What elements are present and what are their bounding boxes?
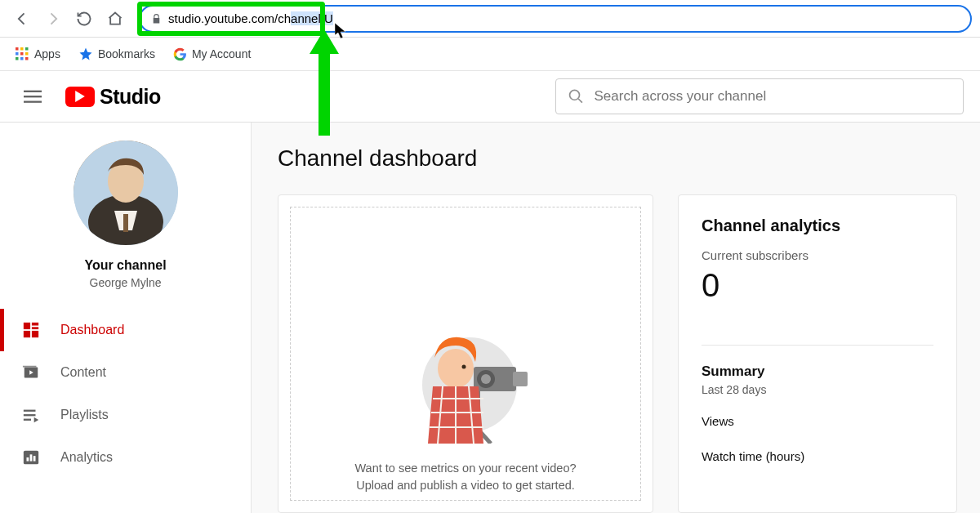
google-icon	[173, 47, 187, 61]
bookmarks-button[interactable]: Bookmarks	[78, 47, 155, 61]
prompt-line2: Upload and publish a video to get starte…	[354, 477, 576, 495]
channel-block: Your channel George Mylne	[0, 141, 251, 289]
lock-icon	[150, 13, 162, 25]
sidebar-item-label: Dashboard	[60, 323, 124, 337]
home-button[interactable]	[101, 5, 129, 33]
svg-rect-30	[30, 454, 33, 461]
sidebar: Your channel George Mylne Dashboard Cont…	[0, 123, 252, 513]
svg-rect-8	[20, 57, 24, 60]
svg-rect-25	[24, 410, 36, 412]
sidebar-item-label: Analytics	[60, 450, 113, 465]
svg-rect-34	[513, 372, 528, 386]
subscribers-label: Current subscribers	[702, 248, 933, 262]
myaccount-label: My Account	[192, 47, 251, 60]
svg-rect-1	[16, 47, 19, 51]
analytics-icon	[21, 448, 41, 467]
upload-illustration	[392, 321, 539, 444]
upload-dashed-box: Want to see metrics on your recent video…	[290, 207, 641, 501]
search-icon	[568, 87, 584, 105]
svg-rect-22	[32, 331, 38, 337]
avatar-image	[74, 141, 178, 245]
url-selected: annel/U	[291, 11, 333, 25]
apps-label: Apps	[34, 47, 60, 60]
svg-rect-20	[32, 327, 38, 329]
cursor-icon	[335, 23, 348, 42]
svg-rect-19	[32, 323, 38, 326]
cards-row: Want to see metrics on your recent video…	[278, 194, 957, 513]
summary-range: Last 28 days	[702, 383, 933, 396]
svg-rect-18	[24, 323, 30, 329]
svg-rect-4	[16, 52, 19, 56]
prompt-line1: Want to see metrics on your recent video…	[354, 460, 576, 478]
sidebar-item-playlists[interactable]: Playlists	[0, 394, 251, 436]
sidebar-item-label: Content	[60, 365, 106, 380]
svg-rect-26	[24, 414, 36, 416]
forward-button[interactable]	[39, 5, 67, 33]
back-button[interactable]	[8, 5, 36, 33]
sidebar-item-dashboard[interactable]: Dashboard	[0, 309, 251, 351]
channel-name: George Mylne	[90, 276, 162, 289]
bookmarks-bar: Apps Bookmarks My Account	[0, 38, 980, 70]
svg-rect-2	[20, 47, 24, 51]
svg-rect-16	[123, 214, 128, 232]
svg-rect-27	[24, 419, 31, 421]
svg-rect-5	[20, 52, 24, 56]
svg-rect-9	[25, 57, 29, 60]
svg-rect-12	[24, 101, 42, 103]
browser-toolbar: studio.youtube.com/channel/U	[0, 0, 980, 38]
svg-rect-7	[16, 57, 19, 60]
metric-watch: Watch time (hours)	[702, 449, 933, 463]
sidebar-item-analytics[interactable]: Analytics	[0, 436, 251, 479]
svg-rect-10	[24, 91, 42, 92]
svg-rect-11	[24, 96, 42, 97]
svg-rect-3	[25, 47, 29, 51]
apps-grid-icon	[15, 47, 29, 61]
svg-point-45	[462, 364, 466, 368]
hamburger-icon	[24, 87, 42, 105]
apps-button[interactable]: Apps	[15, 47, 60, 61]
analytics-title: Channel analytics	[702, 216, 933, 235]
svg-point-38	[438, 349, 474, 388]
logo-text: Studio	[100, 85, 161, 109]
content-icon	[21, 363, 41, 382]
main-layout: Your channel George Mylne Dashboard Cont…	[0, 123, 980, 513]
url-plain: studio.youtube.com/ch	[168, 11, 291, 25]
app-header: Studio	[0, 70, 980, 123]
dashboard-icon	[21, 320, 41, 340]
star-icon	[78, 47, 93, 61]
search-container	[555, 78, 964, 114]
sidebar-item-content[interactable]: Content	[0, 351, 251, 394]
svg-point-36	[481, 374, 491, 384]
summary-title: Summary	[702, 364, 933, 380]
bookmarks-label: Bookmarks	[98, 47, 155, 60]
playlists-icon	[21, 405, 41, 425]
svg-rect-6	[25, 52, 29, 56]
reload-button[interactable]	[70, 5, 98, 33]
svg-rect-21	[24, 331, 30, 337]
your-channel-label: Your channel	[84, 258, 166, 273]
svg-rect-29	[27, 457, 29, 462]
search-box[interactable]	[555, 78, 964, 114]
upload-prompt-card: Want to see metrics on your recent video…	[278, 194, 653, 513]
upload-prompt-text: Want to see metrics on your recent video…	[354, 460, 576, 496]
content-area: Channel dashboard	[252, 123, 980, 513]
channel-avatar[interactable]	[74, 141, 178, 245]
studio-logo[interactable]: Studio	[65, 85, 161, 109]
menu-button[interactable]	[16, 80, 49, 113]
divider	[702, 345, 933, 346]
svg-point-13	[570, 90, 580, 100]
search-input[interactable]	[594, 88, 951, 105]
sidebar-item-label: Playlists	[60, 408, 109, 422]
url-text: studio.youtube.com/channel/U	[168, 11, 333, 25]
myaccount-button[interactable]: My Account	[173, 47, 251, 61]
metric-views: Views	[702, 414, 933, 428]
youtube-play-icon	[65, 87, 95, 107]
page-title: Channel dashboard	[278, 145, 957, 172]
svg-rect-24	[23, 366, 36, 368]
svg-rect-31	[33, 456, 36, 461]
subscribers-count: 0	[702, 267, 933, 304]
url-bar[interactable]: studio.youtube.com/channel/U	[139, 5, 972, 33]
analytics-card: Channel analytics Current subscribers 0 …	[678, 194, 957, 513]
